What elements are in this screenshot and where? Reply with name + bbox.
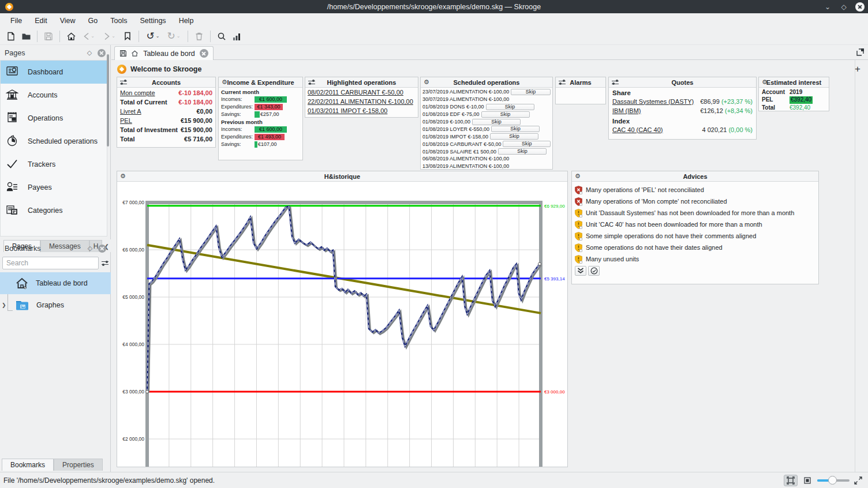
highlighted-operation-link[interactable]: 01/03/2011 IMPOT €-158,00 [305,107,418,116]
quote-link[interactable]: IBM (IBM) [612,107,641,115]
undo-button[interactable]: ↺⌄ [143,29,163,43]
widget-title: Advices [572,173,818,180]
undo-dropdown-icon[interactable]: ⌄ [156,33,160,39]
month-section-label: Previous month [219,118,302,125]
advice-row[interactable]: Some simple operations do not have their… [572,230,818,242]
zoom-slider-knob[interactable] [828,476,837,485]
menu-view[interactable]: View [54,15,81,27]
filter-icon[interactable] [102,260,108,266]
search-button[interactable] [214,29,229,43]
fullscreen-icon[interactable] [854,476,862,485]
back-button[interactable]: ⌄ [78,29,99,43]
close-button[interactable] [855,2,865,12]
expander-icon[interactable]: ❯ [2,302,6,308]
skip-button[interactable]: Skip [472,119,521,125]
add-widget-button[interactable]: + [852,63,863,75]
income-expenditure-row: Savings:€107,00 [219,140,302,148]
float-panel-icon[interactable]: ◇ [85,245,95,252]
bookmark-button[interactable] [120,29,135,43]
new-document-button[interactable] [3,29,18,43]
sidebar-item-trackers[interactable]: Trackers [1,153,107,176]
skip-button[interactable]: Skip [490,133,538,140]
save-button[interactable] [41,29,56,43]
float-panel-icon[interactable]: ◇ [85,49,94,57]
back-dropdown-icon[interactable]: ⌄ [91,33,95,39]
income-expenditure-row: Incomes:€1 600,00 [219,125,302,133]
widget-gear-icon[interactable]: ⚙ [762,79,768,85]
widget-settings-icon[interactable] [120,80,127,85]
widget-gear-icon[interactable]: ⚙ [120,173,126,179]
menu-settings[interactable]: Settings [134,15,171,27]
estimated-interest-row: Total€392,40 [759,104,829,112]
zoom-original-button[interactable] [802,475,813,486]
report-chart-button[interactable] [229,29,244,43]
widget-gear-icon[interactable]: ⚙ [222,79,227,85]
highlighted-operation-link[interactable]: 22/02/2011 ALIMENTATION €-100,00 [305,97,418,107]
zoom-fit-button[interactable] [784,475,798,486]
menu-tools[interactable]: Tools [104,15,133,27]
close-panel-icon[interactable] [98,49,106,57]
skip-button[interactable]: Skip [511,89,551,95]
skip-button[interactable]: Skip [498,148,547,155]
widget-settings-icon[interactable] [559,80,566,85]
menu-go[interactable]: Go [83,15,104,27]
minimize-button[interactable]: ⌄ [823,3,832,11]
detach-tab-icon[interactable] [856,48,865,59]
close-panel-icon[interactable] [98,245,106,253]
open-folder-button[interactable] [18,29,33,43]
sidebar-item-payees[interactable]: Payees [1,176,107,199]
pages-scrollbar[interactable] [107,54,109,147]
delete-button[interactable] [192,29,207,43]
tab-close-icon[interactable] [200,49,208,58]
forward-button[interactable]: ⌄ [99,29,120,43]
dismiss-advice-button[interactable] [588,266,600,276]
widget-gear-icon[interactable]: ⚙ [575,173,581,179]
forward-dropdown-icon[interactable]: ⌄ [111,33,115,39]
bottom-tab-bookmarks[interactable]: Bookmarks [2,459,54,471]
zoom-slider[interactable] [817,479,850,482]
account-link[interactable]: Mon compte [120,89,155,97]
bookmark-item-tableau-de-bord[interactable]: Tableau de bord [0,272,111,294]
sidebar-item-dashboard[interactable]: Dashboard [1,61,107,84]
quote-link[interactable]: Dassault Systemes (DASTY) [612,98,694,106]
widget-settings-icon[interactable] [308,80,315,85]
redo-button[interactable]: ↻⌄ [163,29,184,43]
menu-file[interactable]: File [5,15,28,27]
widget-gear-icon[interactable]: ⚙ [424,79,429,85]
bottom-tab-properties[interactable]: Properties [54,459,103,471]
balance-history-chart[interactable]: €7 000,00€6 000,00€5 000,00€4 000,00€3 0… [117,182,567,467]
maximize-button[interactable]: ◇ [839,3,848,11]
skip-button[interactable]: Skip [486,104,534,110]
skip-button[interactable]: Skip [503,141,551,147]
menu-help[interactable]: Help [173,15,200,27]
home-button[interactable] [63,29,78,43]
advice-row[interactable]: Many operations of 'PEL' not reconciliat… [572,184,818,196]
sidebar-item-accounts[interactable]: Accounts [1,84,107,107]
tab-tableau-de-bord[interactable]: Tableau de bord [114,46,214,60]
sidebar-item-scheduled-operations[interactable]: Scheduled operations [1,130,107,153]
account-balance: €0,00 [196,107,212,116]
quote-link[interactable]: CAC 40 (CAC 40) [612,126,663,134]
advice-row[interactable]: Unit 'Dassault Systemes' has not been do… [572,207,818,219]
account-link[interactable]: PEL [120,117,132,125]
bookmark-item-graphes[interactable]: ❯ Graphes [0,294,111,316]
advice-row[interactable]: Many operations of 'Mon compte' not reco… [572,196,818,207]
highlighted-operation-link[interactable]: 08/02/2011 CARBURANT €-50,00 [305,88,418,97]
toolbar-separator [59,31,60,42]
account-link[interactable]: Livret A [120,107,141,116]
advice-row[interactable]: Many unused units [572,253,818,265]
apply-all-advices-button[interactable] [575,266,586,276]
bookmark-search-input[interactable]: Search [2,257,99,269]
window-title: /home/s/Developpements/skrooge/examples/… [0,3,868,11]
skip-button[interactable]: Skip [491,126,540,132]
redo-dropdown-icon[interactable]: ⌄ [177,33,181,39]
welcome-banner: Welcome to Skrooge [117,65,201,74]
status-message: File '/home/s/Developpements/skrooge/exa… [3,476,784,485]
advice-row[interactable]: Unit 'CAC 40' has not been downloaded fo… [572,219,818,230]
advice-row[interactable]: Some operations do not have their dates … [572,242,818,253]
sidebar-item-categories[interactable]: Categories [1,199,107,222]
menu-edit[interactable]: Edit [29,15,53,27]
sidebar-item-operations[interactable]: Operations [1,107,107,130]
widget-settings-icon[interactable] [612,80,619,85]
skip-button[interactable]: Skip [481,111,530,118]
